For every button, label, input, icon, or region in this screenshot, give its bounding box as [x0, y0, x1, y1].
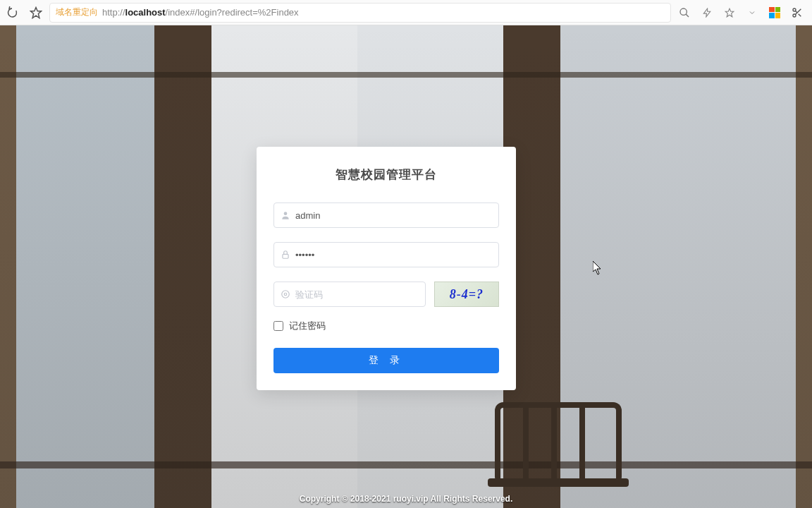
url-text: http://localhost/index#/login?redirect=%…	[102, 7, 299, 18]
captcha-input[interactable]	[273, 282, 426, 307]
login-title: 智慧校园管理平台	[273, 167, 499, 183]
captcha-field-wrap	[273, 282, 426, 307]
svg-rect-11	[283, 254, 288, 258]
scissors-icon[interactable]	[788, 4, 806, 22]
login-button[interactable]: 登 录	[273, 348, 499, 373]
captcha-row: 8-4=?	[273, 282, 499, 307]
footer-copyright: Copyright © 2018-2021 ruoyi.vip All Righ…	[0, 494, 812, 504]
lock-icon	[281, 250, 290, 260]
password-input[interactable]	[273, 242, 499, 267]
remember-label: 记住密码	[289, 320, 326, 332]
chevron-down-icon[interactable]	[743, 4, 761, 22]
microsoft-logo-icon[interactable]	[765, 4, 784, 22]
svg-point-12	[282, 291, 290, 298]
back-icon[interactable]	[4, 4, 23, 22]
svg-point-13	[284, 293, 287, 296]
favorite-star-icon[interactable]	[27, 4, 45, 22]
svg-marker-14	[593, 261, 601, 274]
browser-toolbar: 域名重定向 http://localhost/index#/login?redi…	[0, 0, 812, 25]
svg-line-8	[799, 13, 801, 16]
username-field-wrap	[273, 202, 499, 228]
svg-point-10	[284, 212, 288, 215]
shield-icon	[281, 289, 290, 299]
user-icon	[281, 210, 290, 220]
cursor-icon	[593, 261, 603, 275]
bg-decoration	[0, 72, 812, 78]
svg-marker-4	[725, 8, 734, 17]
redirect-tag: 域名重定向	[56, 6, 98, 18]
svg-line-9	[795, 11, 797, 13]
password-field-wrap	[273, 242, 499, 267]
svg-marker-3	[703, 8, 710, 17]
username-input[interactable]	[273, 202, 499, 228]
toolbar-right	[675, 4, 808, 22]
bg-decoration	[0, 461, 812, 468]
search-icon[interactable]	[675, 4, 694, 22]
login-card: 智慧校园管理平台 8-4=? 记住密码	[257, 147, 516, 390]
captcha-image[interactable]: 8-4=?	[434, 282, 499, 307]
svg-marker-0	[31, 7, 42, 18]
svg-point-5	[793, 8, 796, 11]
svg-line-2	[686, 14, 689, 17]
svg-point-6	[793, 14, 796, 17]
lightning-icon[interactable]	[698, 4, 716, 22]
remember-checkbox-wrap[interactable]: 记住密码	[273, 320, 499, 332]
bookmark-star-icon[interactable]	[720, 4, 739, 22]
address-bar[interactable]: 域名重定向 http://localhost/index#/login?redi…	[49, 3, 671, 23]
remember-checkbox[interactable]	[273, 321, 283, 331]
login-page: 智慧校园管理平台 8-4=? 记住密码	[0, 25, 812, 508]
svg-point-1	[680, 8, 687, 15]
